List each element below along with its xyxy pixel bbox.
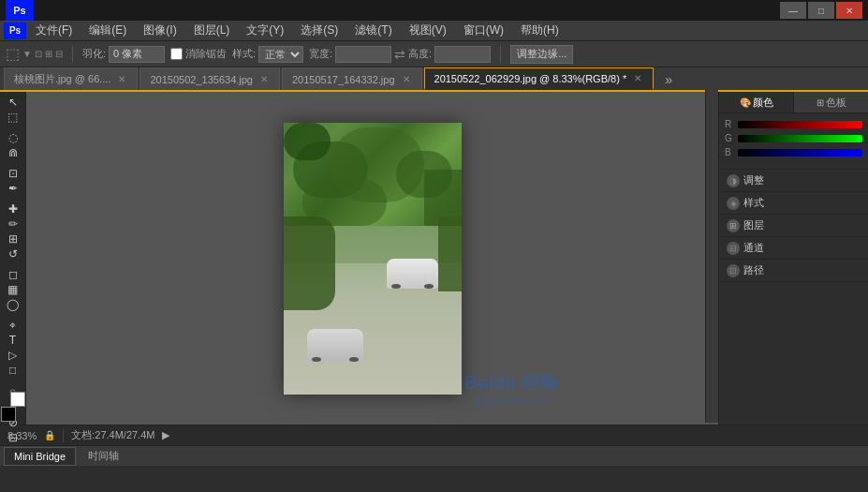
status-sep-1 bbox=[63, 429, 64, 442]
panel-styles-label: 样式 bbox=[743, 196, 764, 210]
bottom-tab-minibridge[interactable]: Mini Bridge bbox=[4, 447, 76, 466]
tool-healing[interactable]: ✚ bbox=[2, 202, 24, 216]
antialias-checkbox[interactable] bbox=[170, 48, 183, 60]
ps-icon: Ps bbox=[6, 0, 34, 21]
menu-help[interactable]: 帮助(H) bbox=[513, 21, 566, 40]
color-b-label: B bbox=[725, 147, 734, 157]
tool-shape[interactable]: □ bbox=[2, 364, 24, 377]
tab-0[interactable]: 核桃图片.jpg @ 66.... ✕ bbox=[4, 67, 138, 90]
tab-2-close[interactable]: ✕ bbox=[401, 74, 412, 85]
color-sliders: R bbox=[725, 119, 862, 129]
tool-magic-wand[interactable]: ⋒ bbox=[2, 146, 24, 159]
tab-1[interactable]: 20150502_135634.jpg ✕ bbox=[140, 67, 280, 90]
tree-right bbox=[438, 216, 462, 291]
rpt-color[interactable]: 🎨 颜色 bbox=[719, 92, 794, 112]
color-r-label: R bbox=[725, 119, 734, 129]
tab-overflow[interactable]: » bbox=[659, 69, 678, 90]
refine-edge-button[interactable]: 调整边缘... bbox=[510, 45, 573, 64]
foreground-color[interactable] bbox=[1, 407, 16, 422]
document-tab-bar: 核桃图片.jpg @ 66.... ✕ 20150502_135634.jpg … bbox=[0, 67, 868, 92]
panel-adjust[interactable]: ◑ 调整 bbox=[719, 170, 868, 192]
rpt-swatches[interactable]: ⊞ 色板 bbox=[794, 92, 868, 112]
rpt-color-icon: 🎨 bbox=[740, 97, 751, 108]
menu-edit[interactable]: 编辑(E) bbox=[81, 21, 134, 40]
watermark-area: Baidu 经验 jingyan.baidu.com bbox=[464, 370, 559, 406]
color-g-row: G bbox=[725, 133, 862, 143]
antialias-label: 消除锯齿 bbox=[185, 47, 227, 61]
tab-2[interactable]: 20150517_164332.jpg ✕ bbox=[282, 67, 422, 90]
menu-file[interactable]: 文件(F) bbox=[28, 21, 80, 40]
close-button[interactable]: ✕ bbox=[836, 2, 862, 19]
menu-image[interactable]: 图像(I) bbox=[136, 21, 184, 40]
tab-1-close[interactable]: ✕ bbox=[258, 74, 270, 85]
tool-history[interactable]: ↺ bbox=[2, 247, 24, 261]
panel-channels[interactable]: ⊟ 通道 bbox=[719, 237, 868, 260]
width-input[interactable] bbox=[335, 46, 391, 63]
tool-presets: ⬚ ▼ ⊡ ⊞ ⊟ bbox=[6, 45, 63, 63]
panel-paths-label: 路径 bbox=[743, 263, 764, 277]
menu-view[interactable]: 视图(V) bbox=[402, 21, 454, 40]
menu-window[interactable]: 窗口(W) bbox=[456, 21, 511, 40]
color-g-slider[interactable] bbox=[738, 135, 862, 142]
color-r-slider[interactable] bbox=[738, 121, 862, 128]
tool-lasso[interactable]: ◌ bbox=[2, 131, 24, 144]
doc-info: 文档:27.4M/27.4M bbox=[71, 428, 154, 442]
main-layout: ↖ ⬚ ◌ ⋒ ⊡ ✒ ✚ ✏ ⊞ ↺ ◻ ▦ ◯ ⌖ T ▷ □ ⌕ ⊘ ⊟ bbox=[0, 92, 868, 425]
canvas-area[interactable]: Baidu 经验 jingyan.baidu.com bbox=[26, 92, 718, 425]
menu-filter[interactable]: 滤镜(T) bbox=[347, 21, 399, 40]
menu-layer[interactable]: 图层(L) bbox=[186, 21, 238, 40]
style-group: 样式: 正常 bbox=[232, 46, 303, 63]
right-panel-tabs: 🎨 颜色 ⊞ 色板 bbox=[719, 92, 868, 113]
panel-adjust-label: 调整 bbox=[743, 173, 764, 187]
feather-label: 羽化: bbox=[82, 47, 106, 61]
width-group: 宽度: ⇄ 高度: bbox=[309, 46, 491, 63]
feather-input[interactable] bbox=[109, 46, 165, 63]
menu-text[interactable]: 文字(Y) bbox=[239, 21, 291, 40]
tool-text[interactable]: T bbox=[2, 334, 24, 347]
maximize-button[interactable]: □ bbox=[808, 2, 834, 19]
color-b-slider[interactable] bbox=[738, 149, 862, 157]
tool-icon-3: ⊞ bbox=[45, 49, 52, 59]
tab-3-label: 20150522_062929.jpg @ 8.33%(RGB/8) * bbox=[434, 73, 627, 84]
bottom-tab-timeline[interactable]: 时间轴 bbox=[78, 447, 129, 466]
window-controls[interactable]: — □ ✕ bbox=[780, 2, 862, 19]
tool-dodge[interactable]: ◯ bbox=[2, 298, 24, 311]
menu-select[interactable]: 选择(S) bbox=[293, 21, 346, 40]
doc-arrow[interactable]: ▶ bbox=[162, 429, 169, 441]
ps-logo: Ps bbox=[4, 22, 26, 39]
tool-gradient[interactable]: ▦ bbox=[2, 283, 24, 296]
tool-move[interactable]: ↖ bbox=[2, 96, 24, 109]
style-select[interactable]: 正常 bbox=[258, 46, 303, 63]
tool-pen[interactable]: ⌖ bbox=[2, 319, 24, 332]
background-color[interactable] bbox=[10, 392, 25, 407]
feather-group: 羽化: bbox=[82, 46, 165, 63]
color-b-row: B bbox=[725, 147, 862, 157]
tool-icon-4: ⊟ bbox=[55, 49, 63, 59]
tool-crop[interactable]: ⊡ bbox=[2, 167, 24, 180]
channels-icon: ⊟ bbox=[727, 242, 740, 255]
tab-3[interactable]: 20150522_062929.jpg @ 8.33%(RGB/8) * ✕ bbox=[424, 67, 655, 90]
car-2 bbox=[307, 329, 363, 362]
rpt-color-label: 颜色 bbox=[753, 96, 773, 110]
tab-0-close[interactable]: ✕ bbox=[116, 74, 127, 85]
tool-marquee[interactable]: ⬚ bbox=[2, 111, 24, 124]
zoom-level: 8.33% bbox=[7, 430, 37, 441]
tab-2-label: 20150517_164332.jpg bbox=[292, 74, 395, 85]
bottom-tabs: Mini Bridge 时间轴 bbox=[0, 445, 868, 466]
panel-paths[interactable]: ⊡ 路径 bbox=[719, 260, 868, 282]
minimize-button[interactable]: — bbox=[780, 2, 806, 19]
zoom-icon: 🔒 bbox=[44, 430, 55, 440]
tool-eraser[interactable]: ◻ bbox=[2, 268, 24, 281]
tool-clone[interactable]: ⊞ bbox=[2, 232, 24, 246]
tool-path-selection[interactable]: ▷ bbox=[2, 349, 24, 362]
title-bar: Ps — □ ✕ bbox=[0, 0, 868, 21]
panel-layers[interactable]: ⊞ 图层 bbox=[719, 215, 868, 237]
tool-brush[interactable]: ✏ bbox=[2, 217, 24, 231]
width-label: 宽度: bbox=[309, 47, 332, 61]
height-input[interactable] bbox=[434, 46, 491, 63]
tool-eyedropper[interactable]: ✒ bbox=[2, 182, 24, 195]
tab-3-close[interactable]: ✕ bbox=[632, 73, 643, 84]
document-canvas bbox=[284, 123, 462, 395]
panel-channels-label: 通道 bbox=[743, 241, 764, 255]
panel-styles[interactable]: ◈ 样式 bbox=[719, 192, 868, 215]
